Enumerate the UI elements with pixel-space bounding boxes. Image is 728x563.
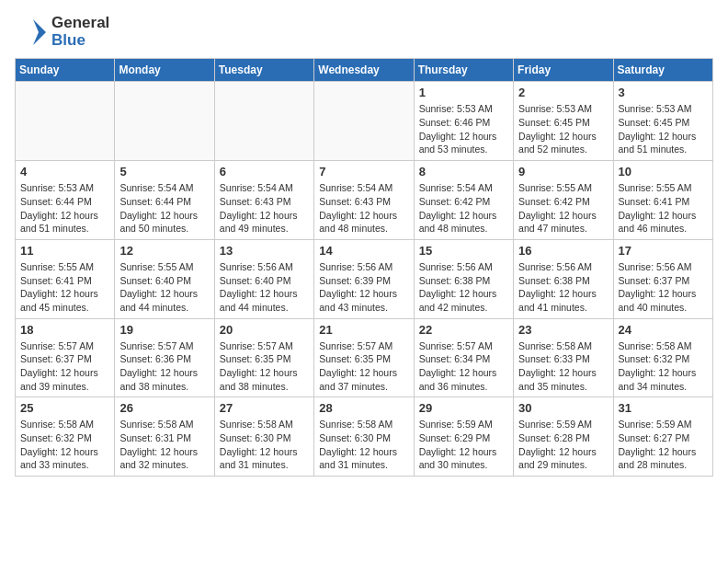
day-number: 4	[20, 165, 109, 178]
calendar-cell: 1Sunrise: 5:53 AM Sunset: 6:46 PM Daylig…	[414, 82, 513, 161]
day-info: Sunrise: 5:57 AM Sunset: 6:35 PM Dayligh…	[220, 339, 309, 394]
day-number: 6	[220, 165, 309, 178]
weekday-header-saturday: Saturday	[613, 59, 712, 82]
day-info: Sunrise: 5:58 AM Sunset: 6:31 PM Dayligh…	[119, 418, 209, 472]
day-info: Sunrise: 5:54 AM Sunset: 6:44 PM Dayligh…	[119, 181, 209, 236]
day-number: 10	[619, 165, 708, 178]
day-info: Sunrise: 5:53 AM Sunset: 6:45 PM Dayligh…	[518, 102, 608, 156]
calendar-cell: 30Sunrise: 5:59 AM Sunset: 6:28 PM Dayli…	[514, 397, 613, 477]
day-number: 20	[220, 323, 309, 337]
calendar-cell: 25Sunrise: 5:58 AM Sunset: 6:32 PM Dayli…	[16, 397, 115, 477]
logo-icon	[15, 16, 48, 49]
calendar-cell: 12Sunrise: 5:55 AM Sunset: 6:40 PM Dayli…	[115, 239, 214, 318]
weekday-header-friday: Friday	[514, 59, 613, 82]
logo-general-text: General	[51, 15, 109, 32]
day-number: 23	[518, 323, 608, 337]
calendar-week-row: 11Sunrise: 5:55 AM Sunset: 6:41 PM Dayli…	[16, 239, 713, 318]
logo-text: GeneralBlue	[51, 15, 109, 49]
calendar-cell: 5Sunrise: 5:54 AM Sunset: 6:44 PM Daylig…	[115, 161, 214, 240]
day-number: 28	[319, 401, 408, 415]
day-number: 29	[419, 401, 508, 415]
calendar-cell: 18Sunrise: 5:57 AM Sunset: 6:37 PM Dayli…	[16, 318, 115, 397]
calendar-cell: 27Sunrise: 5:58 AM Sunset: 6:30 PM Dayli…	[214, 397, 313, 477]
calendar-cell: 10Sunrise: 5:55 AM Sunset: 6:41 PM Dayli…	[613, 161, 712, 240]
day-number: 31	[619, 401, 708, 415]
calendar-cell: 31Sunrise: 5:59 AM Sunset: 6:27 PM Dayli…	[613, 397, 712, 477]
day-info: Sunrise: 5:58 AM Sunset: 6:32 PM Dayligh…	[20, 418, 109, 472]
day-info: Sunrise: 5:58 AM Sunset: 6:30 PM Dayligh…	[319, 418, 408, 472]
weekday-header-row: SundayMondayTuesdayWednesdayThursdayFrid…	[16, 59, 713, 82]
day-info: Sunrise: 5:58 AM Sunset: 6:32 PM Dayligh…	[619, 339, 708, 394]
day-info: Sunrise: 5:58 AM Sunset: 6:30 PM Dayligh…	[220, 418, 309, 472]
day-info: Sunrise: 5:54 AM Sunset: 6:43 PM Dayligh…	[319, 181, 408, 236]
day-info: Sunrise: 5:55 AM Sunset: 6:40 PM Dayligh…	[119, 260, 209, 315]
calendar-cell: 15Sunrise: 5:56 AM Sunset: 6:38 PM Dayli…	[414, 239, 513, 318]
day-number: 22	[419, 323, 508, 337]
svg-marker-0	[33, 19, 46, 45]
calendar-cell: 6Sunrise: 5:54 AM Sunset: 6:43 PM Daylig…	[214, 161, 313, 240]
day-number: 9	[518, 165, 608, 178]
calendar-cell: 2Sunrise: 5:53 AM Sunset: 6:45 PM Daylig…	[514, 82, 613, 161]
day-info: Sunrise: 5:53 AM Sunset: 6:46 PM Dayligh…	[419, 102, 508, 156]
day-number: 18	[20, 323, 109, 337]
day-number: 7	[319, 165, 408, 178]
day-number: 26	[119, 401, 209, 415]
day-info: Sunrise: 5:53 AM Sunset: 6:45 PM Dayligh…	[619, 102, 708, 156]
calendar-cell: 26Sunrise: 5:58 AM Sunset: 6:31 PM Dayli…	[115, 397, 214, 477]
calendar-cell: 16Sunrise: 5:56 AM Sunset: 6:38 PM Dayli…	[514, 239, 613, 318]
day-number: 2	[518, 86, 608, 99]
weekday-header-sunday: Sunday	[16, 59, 115, 82]
calendar-cell: 8Sunrise: 5:54 AM Sunset: 6:42 PM Daylig…	[414, 161, 513, 240]
calendar-cell: 29Sunrise: 5:59 AM Sunset: 6:29 PM Dayli…	[414, 397, 513, 477]
calendar-week-row: 1Sunrise: 5:53 AM Sunset: 6:46 PM Daylig…	[16, 82, 713, 161]
day-info: Sunrise: 5:56 AM Sunset: 6:37 PM Dayligh…	[619, 260, 708, 315]
day-number: 13	[220, 244, 309, 258]
weekday-header-tuesday: Tuesday	[214, 59, 313, 82]
calendar-cell: 23Sunrise: 5:58 AM Sunset: 6:33 PM Dayli…	[514, 318, 613, 397]
calendar-cell: 21Sunrise: 5:57 AM Sunset: 6:35 PM Dayli…	[314, 318, 414, 397]
day-info: Sunrise: 5:59 AM Sunset: 6:27 PM Dayligh…	[619, 418, 708, 472]
page-header: GeneralBlue	[15, 15, 713, 49]
day-number: 12	[119, 244, 209, 258]
day-info: Sunrise: 5:53 AM Sunset: 6:44 PM Dayligh…	[20, 181, 109, 236]
calendar-cell: 19Sunrise: 5:57 AM Sunset: 6:36 PM Dayli…	[115, 318, 214, 397]
calendar-cell: 20Sunrise: 5:57 AM Sunset: 6:35 PM Dayli…	[214, 318, 313, 397]
calendar-cell: 3Sunrise: 5:53 AM Sunset: 6:45 PM Daylig…	[613, 82, 712, 161]
calendar-cell: 14Sunrise: 5:56 AM Sunset: 6:39 PM Dayli…	[314, 239, 414, 318]
day-info: Sunrise: 5:58 AM Sunset: 6:33 PM Dayligh…	[518, 339, 608, 394]
calendar-cell: 17Sunrise: 5:56 AM Sunset: 6:37 PM Dayli…	[613, 239, 712, 318]
calendar-cell: 7Sunrise: 5:54 AM Sunset: 6:43 PM Daylig…	[314, 161, 414, 240]
day-info: Sunrise: 5:59 AM Sunset: 6:28 PM Dayligh…	[518, 418, 608, 472]
logo-blue-text: Blue	[51, 32, 109, 50]
logo: GeneralBlue	[15, 15, 109, 49]
day-info: Sunrise: 5:55 AM Sunset: 6:41 PM Dayligh…	[20, 260, 109, 315]
weekday-header-thursday: Thursday	[414, 59, 513, 82]
day-number: 14	[319, 244, 408, 258]
day-info: Sunrise: 5:56 AM Sunset: 6:40 PM Dayligh…	[220, 260, 309, 315]
calendar-cell: 22Sunrise: 5:57 AM Sunset: 6:34 PM Dayli…	[414, 318, 513, 397]
day-info: Sunrise: 5:57 AM Sunset: 6:34 PM Dayligh…	[419, 339, 508, 394]
day-number: 11	[20, 244, 109, 258]
day-number: 27	[220, 401, 309, 415]
calendar-cell	[16, 82, 115, 161]
day-number: 19	[119, 323, 209, 337]
day-info: Sunrise: 5:54 AM Sunset: 6:42 PM Dayligh…	[419, 181, 508, 236]
calendar-cell	[214, 82, 313, 161]
day-number: 3	[619, 86, 708, 99]
day-number: 24	[619, 323, 708, 337]
day-info: Sunrise: 5:55 AM Sunset: 6:42 PM Dayligh…	[518, 181, 608, 236]
calendar-cell: 28Sunrise: 5:58 AM Sunset: 6:30 PM Dayli…	[314, 397, 414, 477]
day-number: 15	[419, 244, 508, 258]
day-number: 16	[518, 244, 608, 258]
day-number: 5	[119, 165, 209, 178]
day-info: Sunrise: 5:56 AM Sunset: 6:38 PM Dayligh…	[518, 260, 608, 315]
calendar-week-row: 4Sunrise: 5:53 AM Sunset: 6:44 PM Daylig…	[16, 161, 713, 240]
calendar-cell: 24Sunrise: 5:58 AM Sunset: 6:32 PM Dayli…	[613, 318, 712, 397]
day-info: Sunrise: 5:56 AM Sunset: 6:39 PM Dayligh…	[319, 260, 408, 315]
calendar-cell: 11Sunrise: 5:55 AM Sunset: 6:41 PM Dayli…	[16, 239, 115, 318]
day-number: 21	[319, 323, 408, 337]
day-info: Sunrise: 5:57 AM Sunset: 6:36 PM Dayligh…	[119, 339, 209, 394]
calendar-cell: 9Sunrise: 5:55 AM Sunset: 6:42 PM Daylig…	[514, 161, 613, 240]
day-number: 17	[619, 244, 708, 258]
weekday-header-wednesday: Wednesday	[314, 59, 414, 82]
